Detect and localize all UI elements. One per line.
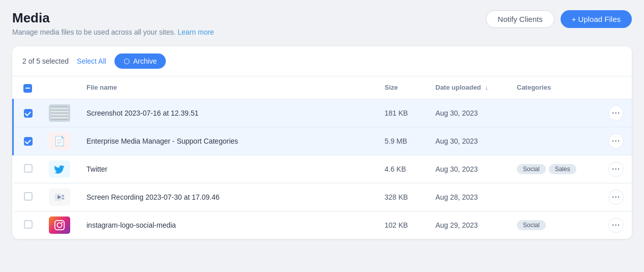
row-thumb-cell bbox=[41, 155, 78, 183]
toolbar: 2 of 5 selected Select All ⬡ Archive bbox=[12, 46, 632, 76]
sort-icon[interactable]: ↓ bbox=[485, 84, 488, 91]
header-date-uploaded: Date uploaded ↓ bbox=[427, 76, 509, 99]
svg-rect-4 bbox=[55, 221, 64, 230]
row-date: Aug 29, 2023 bbox=[435, 221, 478, 229]
row-size-cell: 4.6 KB bbox=[376, 155, 427, 183]
row-action-cell: ··· bbox=[600, 183, 632, 211]
row-date: Aug 28, 2023 bbox=[435, 193, 478, 201]
upload-files-button[interactable]: + Upload Files bbox=[561, 10, 632, 28]
row-more-button[interactable]: ··· bbox=[608, 133, 624, 149]
row-date-cell: Aug 30, 2023 bbox=[427, 155, 509, 183]
row-filename: Screen Recording 2023-07-30 at 17.09.46 bbox=[86, 193, 220, 201]
row-action-cell: ··· bbox=[600, 127, 632, 155]
row-thumb-cell bbox=[41, 183, 78, 211]
row-checkbox-cell bbox=[13, 183, 41, 211]
row-checkbox-cell bbox=[13, 155, 41, 183]
learn-more-link[interactable]: Learn more bbox=[178, 28, 214, 36]
row-checkbox-cell bbox=[13, 99, 41, 127]
row-filename-cell: Screenshot 2023-07-16 at 12.39.51 bbox=[78, 99, 376, 127]
file-thumbnail: 📄 bbox=[49, 132, 70, 150]
row-filename: instagram-logo-social-media bbox=[86, 221, 176, 229]
row-categories-cell: Social bbox=[509, 211, 600, 239]
archive-button[interactable]: ⬡ Archive bbox=[114, 53, 166, 69]
table-header-row: File name Size Date uploaded ↓ Categorie… bbox=[13, 76, 632, 99]
row-checkbox-cell bbox=[13, 211, 41, 239]
svg-rect-2 bbox=[62, 195, 65, 197]
row-filename: Enterprise Media Manager - Support Categ… bbox=[86, 137, 238, 145]
header-right: Notify Clients + Upload Files bbox=[486, 10, 632, 28]
category-tag: Social bbox=[517, 164, 546, 174]
page-title: Media bbox=[12, 10, 214, 26]
row-categories-cell: SocialSales bbox=[509, 155, 600, 183]
header-categories: Categories bbox=[509, 76, 600, 99]
row-categories: Social bbox=[517, 220, 592, 230]
row-filename-cell: instagram-logo-social-media bbox=[78, 211, 376, 239]
select-all-link[interactable]: Select All bbox=[77, 57, 106, 65]
category-tag: Sales bbox=[549, 164, 576, 174]
file-thumbnail bbox=[49, 104, 70, 122]
row-thumb-cell: 📄 bbox=[41, 127, 78, 155]
row-checkbox[interactable] bbox=[24, 164, 33, 173]
row-filename-cell: Screen Recording 2023-07-30 at 17.09.46 bbox=[78, 183, 376, 211]
row-categories-cell bbox=[509, 127, 600, 155]
row-action-cell: ··· bbox=[600, 211, 632, 239]
row-action-cell: ··· bbox=[600, 155, 632, 183]
row-date: Aug 30, 2023 bbox=[435, 137, 478, 145]
row-size-cell: 328 KB bbox=[376, 183, 427, 211]
row-size: 4.6 KB bbox=[385, 165, 406, 173]
row-filename: Twitter bbox=[86, 165, 107, 173]
row-more-button[interactable]: ··· bbox=[608, 161, 624, 177]
row-size: 102 KB bbox=[385, 221, 408, 229]
table-row: instagram-logo-social-media 102 KB Aug 2… bbox=[13, 211, 632, 239]
archive-icon: ⬡ bbox=[124, 57, 130, 65]
row-categories-cell bbox=[509, 99, 600, 127]
row-checkbox-cell bbox=[13, 127, 41, 155]
row-checkbox[interactable] bbox=[24, 137, 33, 146]
file-thumbnail bbox=[49, 216, 70, 234]
row-categories: SocialSales bbox=[517, 164, 592, 174]
notify-clients-button[interactable]: Notify Clients bbox=[486, 10, 554, 28]
media-card: 2 of 5 selected Select All ⬡ Archive Fil… bbox=[12, 46, 632, 239]
svg-point-5 bbox=[57, 223, 62, 227]
table-row: Screen Recording 2023-07-30 at 17.09.46 … bbox=[13, 183, 632, 211]
header-left: Media Manage media files to be used acro… bbox=[12, 10, 214, 36]
header-size: Size bbox=[376, 76, 427, 99]
file-thumbnail bbox=[49, 188, 70, 206]
row-date-cell: Aug 30, 2023 bbox=[427, 99, 509, 127]
row-checkbox[interactable] bbox=[24, 220, 33, 229]
table-row: 📄 Enterprise Media Manager - Support Cat… bbox=[13, 127, 632, 155]
row-size-cell: 102 KB bbox=[376, 211, 427, 239]
file-thumbnail bbox=[49, 160, 70, 178]
row-more-button[interactable]: ··· bbox=[608, 189, 624, 205]
header-file-name: File name bbox=[78, 76, 376, 99]
row-date-cell: Aug 30, 2023 bbox=[427, 127, 509, 155]
row-size: 181 KB bbox=[385, 109, 408, 117]
row-more-button[interactable]: ··· bbox=[608, 105, 624, 121]
row-date-cell: Aug 28, 2023 bbox=[427, 183, 509, 211]
selection-count: 2 of 5 selected bbox=[22, 57, 69, 65]
row-checkbox[interactable] bbox=[24, 109, 33, 118]
header-action bbox=[600, 76, 632, 99]
page-header: Media Manage media files to be used acro… bbox=[12, 10, 632, 36]
media-table: File name Size Date uploaded ↓ Categorie… bbox=[12, 76, 632, 239]
row-thumb-cell bbox=[41, 99, 78, 127]
header-thumb bbox=[41, 76, 78, 99]
row-date-cell: Aug 29, 2023 bbox=[427, 211, 509, 239]
row-filename-cell: Enterprise Media Manager - Support Categ… bbox=[78, 127, 376, 155]
row-filename-cell: Twitter bbox=[78, 155, 376, 183]
row-more-button[interactable]: ··· bbox=[608, 217, 624, 233]
select-all-checkbox[interactable] bbox=[23, 84, 32, 93]
table-row: Twitter 4.6 KB Aug 30, 2023 SocialSales … bbox=[13, 155, 632, 183]
row-date: Aug 30, 2023 bbox=[435, 109, 478, 117]
page-description: Manage media files to be used across all… bbox=[12, 28, 214, 36]
table-row: Screenshot 2023-07-16 at 12.39.51 181 KB… bbox=[13, 99, 632, 127]
row-checkbox[interactable] bbox=[24, 192, 33, 201]
row-filename: Screenshot 2023-07-16 at 12.39.51 bbox=[86, 109, 198, 117]
row-size: 328 KB bbox=[385, 193, 408, 201]
category-tag: Social bbox=[517, 220, 546, 230]
svg-rect-3 bbox=[62, 198, 65, 200]
row-size: 5.9 MB bbox=[385, 137, 407, 145]
row-date: Aug 30, 2023 bbox=[435, 165, 478, 173]
row-thumb-cell bbox=[41, 211, 78, 239]
row-size-cell: 5.9 MB bbox=[376, 127, 427, 155]
